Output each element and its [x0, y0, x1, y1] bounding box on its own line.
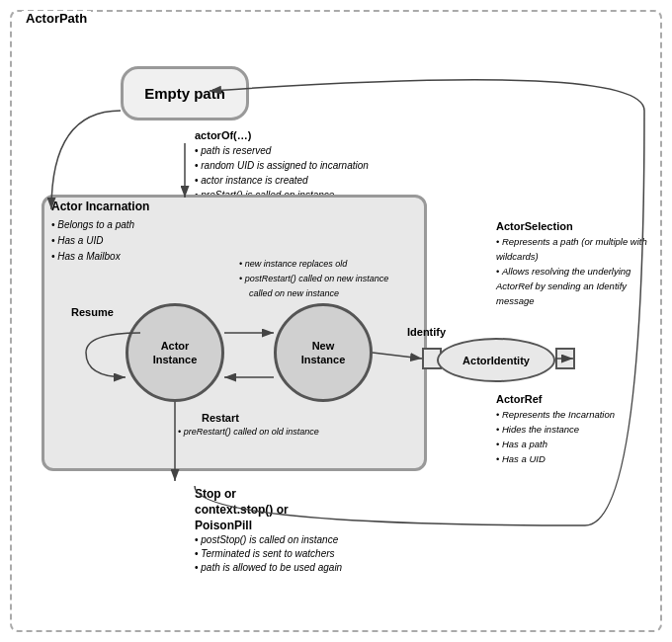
inc-prop-3: Has a Mailbox	[51, 249, 134, 265]
actor-ref-annotation: ActorRef Represents the Incarnation Hide…	[496, 392, 615, 466]
resume-label: Resume	[71, 306, 114, 318]
incarnation-props: Belongs to a path Has a UID Has a Mailbo…	[51, 217, 134, 265]
actor-of-annotation: actorOf(…) path is reserved random UID i…	[195, 128, 369, 202]
diagram-container: ActorPath Empty path actorOf(…) path is …	[10, 10, 662, 632]
as-prop-1: Represents a path (or multiple with wild…	[496, 234, 649, 264]
stop-prop-1: postStop() is called on instance	[195, 533, 342, 547]
ni-prop-1: new instance replaces old	[239, 257, 388, 272]
actor-identity-ellipse: ActorIdentity	[437, 338, 555, 382]
stop-title-2: context.stop() or	[195, 502, 342, 518]
ar-prop-1: Represents the Incarnation	[496, 407, 615, 422]
stop-prop-2: Terminated is sent to watchers	[195, 547, 342, 561]
actor-of-prop-3: actor instance is created	[195, 173, 369, 188]
new-instance-props: new instance replaces old postRestart() …	[239, 257, 388, 301]
ar-prop-4: Has a UID	[496, 451, 615, 466]
stop-title-3: PoisonPill	[195, 518, 342, 533]
actor-selection-square-right	[555, 348, 575, 369]
inc-prop-1: Belongs to a path	[51, 217, 134, 233]
stop-title-1: Stop or	[195, 486, 342, 502]
restart-label: Restart	[202, 412, 239, 424]
actor-selection-title: ActorSelection	[496, 219, 649, 234]
as-prop-2: Allows resolving the underlying ActorRef…	[496, 264, 649, 308]
actor-ref-title: ActorRef	[496, 392, 615, 407]
identify-label: Identify	[407, 326, 446, 338]
new-instance-circle: NewInstance	[274, 303, 373, 402]
actor-instance-circle: ActorInstance	[126, 303, 224, 402]
stop-annotation: Stop or context.stop() or PoisonPill pos…	[195, 486, 342, 575]
inc-prop-2: Has a UID	[51, 233, 134, 249]
actor-incarnation-label: Actor Incarnation	[51, 200, 149, 213]
stop-prop-3: path is allowed to be used again	[195, 561, 342, 575]
diagram-title: ActorPath	[22, 11, 91, 26]
actor-selection-annotation: ActorSelection Represents a path (or mul…	[496, 219, 649, 308]
ar-prop-2: Hides the instance	[496, 422, 615, 437]
actor-of-prop-2: random UID is assigned to incarnation	[195, 158, 369, 173]
restart-props: preRestart() called on old instance	[178, 427, 319, 437]
ar-prop-3: Has a path	[496, 437, 615, 451]
empty-path-node: Empty path	[121, 66, 249, 120]
actor-of-title: actorOf(…)	[195, 128, 369, 143]
actor-of-prop-1: path is reserved	[195, 143, 369, 158]
ni-prop-2: postRestart() called on new instance	[239, 272, 388, 286]
